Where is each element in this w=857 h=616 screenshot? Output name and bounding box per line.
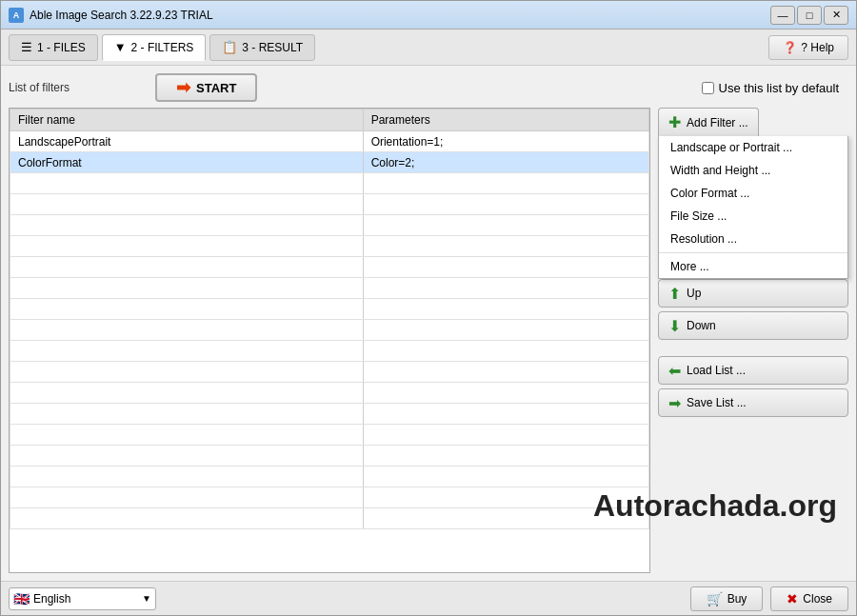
table-row[interactable] (10, 404, 649, 425)
tab-result-label: 3 - RESULT (242, 41, 303, 54)
filter-params-cell (363, 383, 648, 404)
main-body: Filter name Parameters LandscapePortrait… (9, 108, 848, 573)
col-filter-name: Filter name (10, 109, 364, 131)
start-arrow-icon: ➡ (176, 77, 190, 98)
filter-name-cell (10, 508, 364, 529)
result-icon: 📋 (222, 40, 237, 54)
table-row[interactable] (10, 194, 649, 215)
filter-name-cell (10, 362, 364, 383)
filter-params-cell (363, 173, 648, 194)
filter-name-cell (10, 257, 364, 278)
filter-name-cell (10, 320, 364, 341)
footer: 🇬🇧 English ▼ 🛒 Buy ✖ Close (1, 581, 856, 615)
filters-header: List of filters ➡ START Use this list by… (9, 73, 848, 102)
minimize-button[interactable]: — (770, 6, 795, 25)
maximize-button[interactable]: □ (797, 6, 822, 25)
up-icon: ⬆ (668, 285, 681, 303)
table-row[interactable]: LandscapePortrait Orientation=1; (10, 131, 649, 152)
title-bar: A Able Image Search 3.22.9.23 TRIAL — □ … (1, 1, 856, 30)
filter-params-cell (363, 215, 648, 236)
filter-table: Filter name Parameters LandscapePortrait… (10, 109, 649, 529)
table-row[interactable] (10, 425, 649, 446)
up-down-group: ⬆ Up ⬇ Down (658, 279, 848, 340)
filter-params-cell (363, 446, 648, 467)
filter-params-cell (363, 236, 648, 257)
help-label: ? Help (801, 41, 834, 54)
down-icon: ⬇ (668, 317, 681, 335)
table-row[interactable] (10, 383, 649, 404)
filter-name-cell (10, 487, 364, 508)
table-row[interactable] (10, 215, 649, 236)
load-label: Load List ... (687, 364, 746, 377)
filter-params-cell (363, 508, 648, 529)
close-label: Close (803, 592, 832, 606)
language-selector[interactable]: 🇬🇧 English ▼ (9, 587, 156, 610)
tab-files-label: 1 - FILES (37, 41, 86, 54)
flag-icon: 🇬🇧 (13, 591, 30, 606)
close-button[interactable]: ✕ (824, 6, 848, 25)
filter-params-cell (363, 299, 648, 320)
dropdown-divider (659, 252, 847, 253)
tab-result[interactable]: 📋 3 - RESULT (209, 34, 315, 61)
filter-name-cell: ColorFormat (10, 152, 364, 173)
save-label: Save List ... (687, 396, 747, 409)
filter-params-cell (363, 362, 648, 383)
tab-filters[interactable]: ▼ 2 - FILTERS (102, 34, 207, 61)
table-row[interactable] (10, 446, 649, 467)
table-row[interactable] (10, 341, 649, 362)
table-row[interactable] (10, 173, 649, 194)
use-default-checkbox[interactable] (702, 82, 714, 94)
up-button[interactable]: ⬆ Up (658, 279, 848, 308)
load-icon: ⬅ (668, 362, 681, 380)
table-row[interactable]: ColorFormat Color=2; (10, 152, 649, 173)
use-default-label: Use this list by default (719, 81, 839, 95)
buy-label: Buy (727, 592, 747, 606)
table-row[interactable] (10, 278, 649, 299)
add-filter-button[interactable]: ✚ Add Filter ... (658, 108, 759, 136)
filter-name-cell (10, 467, 364, 487)
dropdown-item-width-height[interactable]: Width and Height ... (659, 159, 847, 182)
app-icon: A (9, 8, 24, 23)
table-row[interactable] (10, 362, 649, 383)
window-title: Able Image Search 3.22.9.23 TRIAL (30, 9, 770, 22)
table-row[interactable] (10, 467, 649, 487)
down-button[interactable]: ⬇ Down (658, 311, 848, 340)
tab-files[interactable]: ☰ 1 - FILES (9, 34, 98, 61)
close-footer-button[interactable]: ✖ Close (770, 586, 848, 611)
filter-table-container: Filter name Parameters LandscapePortrait… (9, 108, 650, 573)
filter-name-cell (10, 194, 364, 215)
dropdown-item-resolution[interactable]: Resolution ... (659, 228, 847, 250)
filter-name-cell (10, 404, 364, 425)
start-button[interactable]: ➡ START (155, 73, 257, 102)
filter-name-cell (10, 215, 364, 236)
table-row[interactable] (10, 236, 649, 257)
table-row[interactable] (10, 299, 649, 320)
dropdown-item-file-size[interactable]: File Size ... (659, 205, 847, 228)
add-icon: ✚ (668, 113, 681, 131)
buy-button[interactable]: 🛒 Buy (690, 586, 764, 611)
use-default-area: Use this list by default (702, 81, 839, 95)
language-label: English (33, 592, 70, 606)
table-row[interactable] (10, 508, 649, 529)
toolbar: ☰ 1 - FILES ▼ 2 - FILTERS 📋 3 - RESULT ❓… (1, 30, 856, 66)
load-list-button[interactable]: ⬅ Load List ... (658, 356, 848, 385)
filter-name-cell (10, 299, 364, 320)
table-row[interactable] (10, 257, 649, 278)
help-button[interactable]: ❓ ? Help (768, 35, 848, 60)
table-row[interactable] (10, 320, 649, 341)
load-save-group: ⬅ Load List ... ➡ Save List ... (658, 356, 848, 417)
files-icon: ☰ (21, 40, 32, 54)
main-window: A Able Image Search 3.22.9.23 TRIAL — □ … (0, 0, 857, 616)
filter-params-cell (363, 320, 648, 341)
close-icon: ✖ (787, 591, 798, 606)
dropdown-item-landscape[interactable]: Landscape or Portrait ... (659, 136, 847, 159)
filter-params-cell (363, 467, 648, 487)
add-filter-label: Add Filter ... (687, 116, 748, 129)
filter-name-cell (10, 173, 364, 194)
dropdown-item-more[interactable]: More ... (659, 255, 847, 278)
toolbar-right: ❓ ? Help (768, 35, 848, 60)
up-label: Up (687, 287, 701, 300)
save-list-button[interactable]: ➡ Save List ... (658, 388, 848, 417)
table-row[interactable] (10, 487, 649, 508)
dropdown-item-color-format[interactable]: Color Format ... (659, 182, 847, 205)
